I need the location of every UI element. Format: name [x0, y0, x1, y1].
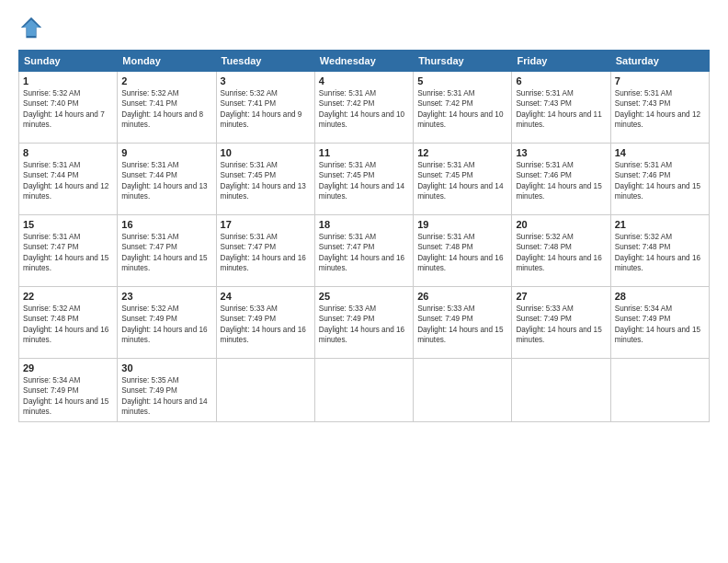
- calendar-week-row: 1 Sunrise: 5:32 AM Sunset: 7:40 PM Dayli…: [19, 72, 710, 144]
- svg-marker-1: [23, 20, 40, 36]
- calendar-cell: 19 Sunrise: 5:31 AM Sunset: 7:48 PM Dayl…: [414, 215, 512, 287]
- calendar-cell: 5 Sunrise: 5:31 AM Sunset: 7:42 PM Dayli…: [414, 72, 512, 144]
- day-info: Sunrise: 5:31 AM Sunset: 7:45 PM Dayligh…: [221, 160, 311, 202]
- day-info: Sunrise: 5:31 AM Sunset: 7:47 PM Dayligh…: [23, 232, 113, 274]
- day-info: Sunrise: 5:33 AM Sunset: 7:49 PM Dayligh…: [516, 304, 606, 346]
- day-info: Sunrise: 5:32 AM Sunset: 7:49 PM Dayligh…: [121, 304, 211, 346]
- day-number: 23: [121, 291, 211, 302]
- calendar-cell: 21 Sunrise: 5:32 AM Sunset: 7:48 PM Dayl…: [610, 215, 709, 287]
- day-number: 30: [121, 362, 211, 373]
- calendar-cell: 22 Sunrise: 5:32 AM Sunset: 7:48 PM Dayl…: [19, 287, 118, 359]
- calendar-cell: [512, 359, 610, 422]
- calendar-week-row: 15 Sunrise: 5:31 AM Sunset: 7:47 PM Dayl…: [19, 215, 710, 287]
- col-friday: Friday: [512, 51, 610, 72]
- day-info: Sunrise: 5:32 AM Sunset: 7:41 PM Dayligh…: [121, 88, 211, 131]
- calendar-cell: 14 Sunrise: 5:31 AM Sunset: 7:46 PM Dayl…: [610, 144, 709, 215]
- day-info: Sunrise: 5:31 AM Sunset: 7:46 PM Dayligh…: [516, 160, 606, 202]
- calendar-cell: [414, 359, 512, 422]
- calendar-cell: 25 Sunrise: 5:33 AM Sunset: 7:49 PM Dayl…: [314, 287, 413, 359]
- calendar-header-row: Sunday Monday Tuesday Wednesday Thursday…: [19, 51, 710, 72]
- calendar-cell: 15 Sunrise: 5:31 AM Sunset: 7:47 PM Dayl…: [19, 215, 118, 287]
- day-info: Sunrise: 5:31 AM Sunset: 7:44 PM Dayligh…: [23, 160, 113, 202]
- day-number: 1: [23, 75, 113, 86]
- day-info: Sunrise: 5:31 AM Sunset: 7:42 PM Dayligh…: [417, 88, 507, 131]
- day-number: 9: [121, 147, 211, 158]
- logo-icon: [18, 15, 44, 40]
- calendar-cell: 4 Sunrise: 5:31 AM Sunset: 7:42 PM Dayli…: [314, 72, 413, 144]
- calendar-cell: 27 Sunrise: 5:33 AM Sunset: 7:49 PM Dayl…: [512, 287, 610, 359]
- calendar-cell: 16 Sunrise: 5:31 AM Sunset: 7:47 PM Dayl…: [118, 215, 216, 287]
- day-info: Sunrise: 5:32 AM Sunset: 7:40 PM Dayligh…: [23, 88, 113, 131]
- calendar-week-row: 8 Sunrise: 5:31 AM Sunset: 7:44 PM Dayli…: [19, 144, 710, 215]
- day-info: Sunrise: 5:31 AM Sunset: 7:43 PM Dayligh…: [516, 88, 606, 131]
- day-info: Sunrise: 5:34 AM Sunset: 7:49 PM Dayligh…: [615, 304, 705, 346]
- day-info: Sunrise: 5:31 AM Sunset: 7:47 PM Dayligh…: [221, 232, 311, 274]
- col-saturday: Saturday: [610, 51, 709, 72]
- day-number: 6: [516, 75, 606, 86]
- calendar-cell: 10 Sunrise: 5:31 AM Sunset: 7:45 PM Dayl…: [216, 144, 314, 215]
- day-info: Sunrise: 5:31 AM Sunset: 7:47 PM Dayligh…: [121, 232, 211, 274]
- day-info: Sunrise: 5:32 AM Sunset: 7:48 PM Dayligh…: [23, 304, 113, 346]
- calendar-cell: 30 Sunrise: 5:35 AM Sunset: 7:49 PM Dayl…: [118, 359, 216, 422]
- day-number: 15: [23, 219, 113, 230]
- calendar-cell: 2 Sunrise: 5:32 AM Sunset: 7:41 PM Dayli…: [118, 72, 216, 144]
- calendar-cell: 23 Sunrise: 5:32 AM Sunset: 7:49 PM Dayl…: [118, 287, 216, 359]
- calendar-week-row: 22 Sunrise: 5:32 AM Sunset: 7:48 PM Dayl…: [19, 287, 710, 359]
- day-number: 17: [221, 219, 311, 230]
- header: [18, 15, 710, 40]
- col-tuesday: Tuesday: [216, 51, 314, 72]
- day-info: Sunrise: 5:31 AM Sunset: 7:45 PM Dayligh…: [417, 160, 507, 202]
- col-thursday: Thursday: [414, 51, 512, 72]
- day-number: 10: [221, 147, 311, 158]
- calendar-cell: 13 Sunrise: 5:31 AM Sunset: 7:46 PM Dayl…: [512, 144, 610, 215]
- day-number: 5: [417, 75, 507, 86]
- col-sunday: Sunday: [19, 51, 118, 72]
- calendar-cell: 6 Sunrise: 5:31 AM Sunset: 7:43 PM Dayli…: [512, 72, 610, 144]
- calendar-cell: 18 Sunrise: 5:31 AM Sunset: 7:47 PM Dayl…: [314, 215, 413, 287]
- page: Sunday Monday Tuesday Wednesday Thursday…: [0, 0, 728, 563]
- day-number: 7: [615, 75, 705, 86]
- day-number: 12: [417, 147, 507, 158]
- day-number: 2: [121, 75, 211, 86]
- day-number: 13: [516, 147, 606, 158]
- day-number: 27: [516, 291, 606, 302]
- day-number: 22: [23, 291, 113, 302]
- calendar-cell: 24 Sunrise: 5:33 AM Sunset: 7:49 PM Dayl…: [216, 287, 314, 359]
- day-info: Sunrise: 5:31 AM Sunset: 7:48 PM Dayligh…: [417, 232, 507, 274]
- calendar-cell: [216, 359, 314, 422]
- day-info: Sunrise: 5:35 AM Sunset: 7:49 PM Dayligh…: [121, 375, 211, 418]
- day-number: 4: [319, 75, 409, 86]
- day-info: Sunrise: 5:31 AM Sunset: 7:46 PM Dayligh…: [615, 160, 705, 202]
- calendar-cell: 28 Sunrise: 5:34 AM Sunset: 7:49 PM Dayl…: [610, 287, 709, 359]
- day-number: 18: [319, 219, 409, 230]
- day-info: Sunrise: 5:32 AM Sunset: 7:41 PM Dayligh…: [221, 88, 311, 131]
- day-info: Sunrise: 5:33 AM Sunset: 7:49 PM Dayligh…: [221, 304, 311, 346]
- col-wednesday: Wednesday: [314, 51, 413, 72]
- calendar-cell: 1 Sunrise: 5:32 AM Sunset: 7:40 PM Dayli…: [19, 72, 118, 144]
- day-info: Sunrise: 5:31 AM Sunset: 7:45 PM Dayligh…: [319, 160, 409, 202]
- day-info: Sunrise: 5:31 AM Sunset: 7:47 PM Dayligh…: [319, 232, 409, 274]
- day-number: 29: [23, 362, 113, 373]
- calendar-cell: [610, 359, 709, 422]
- day-info: Sunrise: 5:31 AM Sunset: 7:44 PM Dayligh…: [121, 160, 211, 202]
- day-info: Sunrise: 5:34 AM Sunset: 7:49 PM Dayligh…: [23, 375, 113, 418]
- day-info: Sunrise: 5:31 AM Sunset: 7:43 PM Dayligh…: [615, 88, 705, 131]
- calendar-cell: [314, 359, 413, 422]
- col-monday: Monday: [118, 51, 216, 72]
- day-number: 24: [221, 291, 311, 302]
- day-number: 11: [319, 147, 409, 158]
- calendar-week-row: 29 Sunrise: 5:34 AM Sunset: 7:49 PM Dayl…: [19, 359, 710, 422]
- day-number: 26: [417, 291, 507, 302]
- calendar-cell: 17 Sunrise: 5:31 AM Sunset: 7:47 PM Dayl…: [216, 215, 314, 287]
- day-number: 19: [417, 219, 507, 230]
- day-number: 25: [319, 291, 409, 302]
- day-number: 21: [615, 219, 705, 230]
- calendar-cell: 20 Sunrise: 5:32 AM Sunset: 7:48 PM Dayl…: [512, 215, 610, 287]
- day-number: 20: [516, 219, 606, 230]
- day-number: 3: [221, 75, 311, 86]
- logo: [18, 15, 50, 40]
- calendar-cell: 9 Sunrise: 5:31 AM Sunset: 7:44 PM Dayli…: [118, 144, 216, 215]
- day-info: Sunrise: 5:32 AM Sunset: 7:48 PM Dayligh…: [615, 232, 705, 274]
- calendar-cell: 26 Sunrise: 5:33 AM Sunset: 7:49 PM Dayl…: [414, 287, 512, 359]
- day-number: 8: [23, 147, 113, 158]
